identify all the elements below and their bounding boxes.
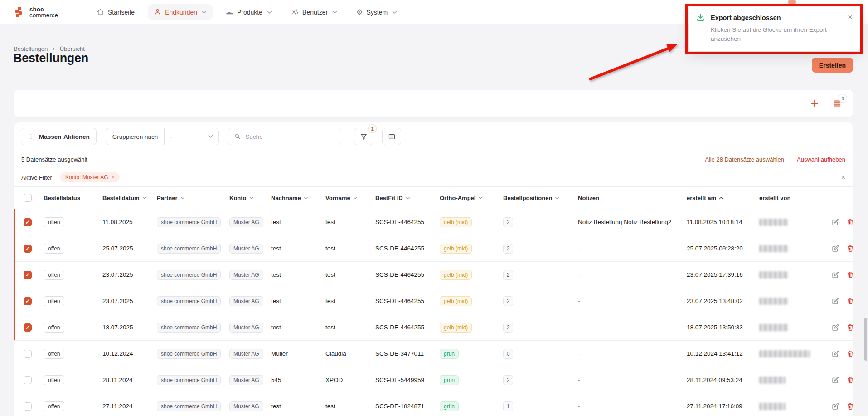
nav-item-startseite[interactable]: Startseite [91,4,141,20]
toast-close-icon[interactable]: × [848,13,853,21]
bulk-actions-button[interactable]: Massen-Aktionen [21,128,97,145]
status-badge: offen [44,217,64,227]
order-date: 18.07.2025 [102,324,133,331]
edit-icon[interactable] [831,297,839,305]
table-row: ✓offen25.07.2025shoe commerce GmbHMuster… [14,235,853,261]
delete-icon[interactable] [846,218,853,226]
column-header-partner[interactable]: Partner [152,195,225,201]
column-header-label: Partner [157,195,178,201]
column-header-ortho-ampel[interactable]: Ortho-Ampel [435,195,499,201]
ortho-ampel-badge: gelb (mid) [440,296,472,306]
search-input[interactable] [245,133,327,140]
edit-icon[interactable] [831,245,839,253]
ampel-cell: grün [435,375,499,385]
bestfit-id-value: SCS-DE-4464255 [375,245,424,252]
created-at-value: 18.07.2025 13:50:33 [687,324,743,331]
partner-cell: shoe commerce GmbH [152,401,225,411]
nav-item-system[interactable]: ⚙System [350,5,403,20]
created-at-value: 25.07.2025 09:28:20 [687,245,743,252]
row-checkbox[interactable]: ✓ [24,245,32,253]
bestfit-cell: SCS-DE-3477011 [371,350,435,357]
delete-icon[interactable] [846,376,853,384]
row-checkbox[interactable]: ✓ [24,297,32,305]
delete-icon[interactable] [846,323,853,332]
edit-icon[interactable] [831,350,839,358]
positions-cell: 1 [499,401,573,411]
row-checkbox[interactable] [24,350,32,358]
partner-cell: shoe commerce GmbH [152,323,225,333]
column-header-nachname[interactable]: Nachname [267,195,321,201]
redacted-creator-name [759,219,788,226]
chevron-down-icon [267,10,272,14]
nav-item-endkunden[interactable]: Endkunden [148,4,213,20]
status-cell: offen [39,401,98,411]
edit-icon[interactable] [831,271,839,279]
filter-button[interactable]: 1 [354,128,373,145]
edit-icon[interactable] [831,323,839,332]
download-icon [696,13,705,22]
search-icon [234,133,241,140]
nav-item-produkte[interactable]: Produkte [220,4,278,20]
saved-views-button[interactable]: 1 [832,98,842,108]
lastname-cell: test [267,403,321,410]
column-header-konto[interactable]: Konto [225,195,267,201]
group-by-select[interactable]: - [164,128,218,145]
export-toast: Export abgeschlossen × Klicken Sie auf d… [689,7,860,51]
delete-icon[interactable] [846,350,853,358]
create-button[interactable]: Erstellen [812,58,853,73]
row-checkbox[interactable] [24,402,32,411]
row-checkbox[interactable]: ✓ [24,218,32,226]
lastname-value: test [271,324,281,331]
created-at-cell: 25.07.2025 09:28:20 [682,245,755,252]
redacted-creator-name [759,350,810,357]
clear-filters-icon[interactable]: × [841,173,845,181]
edit-icon[interactable] [831,402,839,411]
created-by-cell [755,403,820,410]
brand-logo[interactable]: shoe commerce [14,6,58,18]
chip-remove-icon[interactable]: × [112,174,115,181]
firstname-cell: test [321,298,371,304]
column-header-bestellpositionen[interactable]: Bestellpositionen [499,195,573,201]
ortho-ampel-badge: gelb (mid) [440,270,472,280]
delete-icon[interactable] [846,297,853,305]
row-checkbox[interactable]: ✓ [24,323,32,332]
select-all-checkbox[interactable] [24,194,32,202]
delete-icon[interactable] [846,245,853,253]
column-header-bestellstatus: Bestellstatus [39,195,98,201]
lastname-cell: test [267,324,321,331]
clear-selection-link[interactable]: Auswahl aufheben [797,156,845,163]
status-cell: offen [39,349,98,359]
column-header-vorname[interactable]: Vorname [321,195,371,201]
column-header-bestelldatum[interactable]: Bestelldatum [98,195,152,201]
created-at-value: 23.07.2025 17:39:16 [687,271,743,278]
row-checkbox-cell: ✓ [14,218,39,226]
lastname-value: test [271,298,281,304]
columns-button[interactable] [382,128,401,145]
row-checkbox[interactable] [24,376,32,384]
select-all-link[interactable]: Alle 28 Datensätze auswählen [705,156,784,163]
bestfit-id-value: SCS-DE-4464255 [375,219,424,225]
delete-icon[interactable] [846,402,853,411]
column-header-bestfit-id[interactable]: BestFit ID [371,195,435,201]
scrollbar-thumb[interactable] [864,318,867,361]
account-cell: Muster AG [225,349,267,359]
firstname-value: XPOD [325,377,343,383]
ortho-ampel-badge: gelb (mid) [440,323,472,333]
column-header-erstellt-am[interactable]: erstellt am [682,195,755,201]
positions-cell: 0 [499,349,573,359]
sort-chevron-icon [142,196,147,200]
edit-icon[interactable] [831,376,839,384]
row-checkbox[interactable]: ✓ [24,271,32,279]
positions-badge: 2 [503,217,513,227]
notes-cell: - [573,245,682,252]
edit-icon[interactable] [831,218,839,226]
filter-chip-konto[interactable]: Konto: Muster AG × [60,172,120,182]
lastname-cell: test [267,219,321,225]
delete-icon[interactable] [846,271,853,279]
nav-item-benutzer[interactable]: Benutzer [285,4,343,20]
row-checkbox-cell: ✓ [14,271,39,279]
row-actions-cell [820,218,853,226]
add-filter-button[interactable] [810,98,820,108]
bestfit-id-value: SCS-DE-5449959 [375,377,424,383]
column-header-notizen: Notizen [573,195,682,201]
